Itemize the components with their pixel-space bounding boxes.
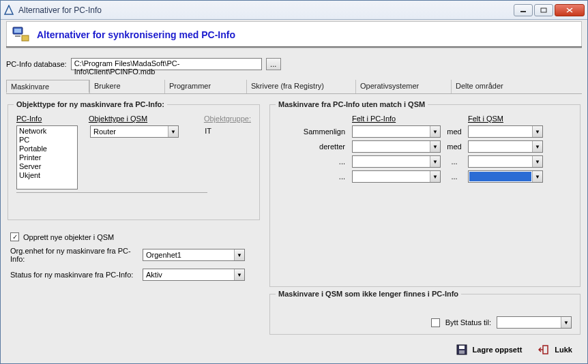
combo-value: Aktiv: [143, 271, 234, 279]
combo-value: Orgenhet1: [143, 251, 234, 259]
tab-delte[interactable]: Delte områder: [451, 80, 540, 93]
pcinfo-field-combo[interactable]: ▼: [352, 170, 441, 183]
row-label: ...: [278, 157, 352, 166]
tab-programmer[interactable]: Programmer: [164, 80, 246, 93]
col-pcinfo: PC-Info: [16, 115, 76, 123]
save-button[interactable]: Lagre oppsett: [456, 344, 523, 355]
mid-label: ...: [441, 172, 468, 181]
page-title: Alternativer for synkronisering med PC-I…: [37, 29, 235, 40]
tab-brukere[interactable]: Brukere: [89, 80, 164, 93]
row-label: Sammenlign: [278, 127, 352, 136]
chevron-down-icon: ▼: [532, 126, 542, 137]
left-options: ✓ Opprett nye objekter i QSM Org.enhet f…: [8, 227, 260, 286]
titlebar: Alternativer for PC-Info: [1, 1, 587, 20]
svg-rect-10: [459, 346, 465, 349]
list-item[interactable]: Network: [18, 127, 76, 136]
footer: Lagre oppsett Lukk: [6, 339, 582, 358]
exit-icon: [538, 344, 549, 355]
mid-label: med: [441, 127, 468, 136]
group-title: Maskinvare i QSM som ikke lenger finnes …: [276, 290, 461, 298]
group-title: Maskinvare fra PC-Info uten match i QSM: [276, 100, 428, 108]
objectgroup-value: IT: [191, 125, 211, 135]
field-qsm-header: Felt i QSM: [468, 115, 503, 123]
window-title: Alternativer for PC-Info: [18, 5, 514, 15]
pcinfo-field-combo[interactable]: ▼: [352, 140, 441, 153]
svg-rect-7: [15, 35, 20, 37]
qsm-field-combo[interactable]: ▼: [468, 140, 543, 153]
qsm-field-combo[interactable]: ▼: [468, 170, 543, 183]
list-item[interactable]: Ukjent: [18, 171, 76, 180]
app-window: Alternativer for PC-Info Alternativer fo…: [0, 0, 588, 364]
orgunit-combo[interactable]: Orgenhet1 ▼: [143, 249, 245, 261]
pcinfo-field-combo[interactable]: ▼: [352, 155, 441, 168]
row-label: ...: [278, 172, 352, 181]
col-group: Objektgruppe:: [204, 115, 251, 123]
tab-maskinvare[interactable]: Maskinvare: [6, 80, 89, 93]
svg-marker-0: [5, 5, 13, 14]
window-controls: [514, 4, 585, 16]
ellipsis-icon: ...: [270, 60, 276, 68]
change-status-checkbox[interactable]: [431, 318, 440, 327]
chevron-down-icon: ▼: [532, 156, 542, 167]
close-app-button[interactable]: Lukk: [538, 344, 572, 355]
orgunit-label: Org.enhet for ny maskinvare fra PC-Info:: [10, 247, 138, 263]
col-qsmtype: Objekttype i QSM: [89, 115, 175, 123]
pcinfo-list[interactable]: Network PC Portable Printer Server Ukjen…: [16, 125, 78, 189]
browse-button[interactable]: ...: [266, 58, 281, 70]
chevron-down-icon: ▼: [234, 249, 244, 260]
db-path-field[interactable]: C:\Program Files\MadaSoft\PC-Info\Client…: [71, 58, 262, 70]
maximize-button[interactable]: [534, 4, 553, 16]
chevron-down-icon: ▼: [234, 269, 244, 280]
header-strip: Alternativer for synkronisering med PC-I…: [6, 21, 582, 46]
qsm-field-combo[interactable]: ▼: [468, 155, 543, 168]
list-item[interactable]: Portable: [18, 145, 76, 153]
row-label: deretter: [278, 142, 352, 151]
tab-os[interactable]: Operativsystemer: [355, 80, 451, 93]
app-icon: [3, 5, 14, 16]
status-label: Status for ny maskinvare fra PC-Info:: [10, 271, 138, 279]
group-objecttype: Objekttype for ny maskinvare fra PC-Info…: [8, 104, 260, 220]
sync-icon: [11, 26, 30, 44]
close-button[interactable]: [555, 4, 585, 16]
mid-label: med: [441, 142, 468, 151]
svg-rect-6: [14, 29, 21, 33]
qsm-type-combo[interactable]: Router ▼: [90, 125, 179, 138]
svg-rect-2: [541, 8, 546, 12]
list-item[interactable]: Server: [18, 162, 76, 171]
chevron-down-icon: ▼: [430, 171, 440, 182]
minimize-button[interactable]: [514, 4, 533, 16]
group-no-longer: Maskinvare i QSM som ikke lenger finnes …: [269, 294, 580, 335]
save-label: Lagre oppsett: [473, 346, 523, 354]
create-objects-checkbox[interactable]: ✓: [10, 232, 19, 241]
group-no-match: Maskinvare fra PC-Info uten match i QSM …: [269, 104, 580, 287]
svg-rect-11: [459, 350, 465, 354]
change-status-combo[interactable]: ▼: [497, 316, 572, 329]
close-label: Lukk: [555, 346, 572, 354]
db-path-row: PC-Info database: C:\Program Files\MadaS…: [6, 58, 582, 70]
list-item[interactable]: PC: [18, 136, 76, 145]
svg-rect-8: [22, 35, 29, 41]
field-pcinfo-header: Felt i PC-Info: [352, 115, 441, 123]
svg-rect-12: [543, 346, 548, 354]
chevron-down-icon: ▼: [430, 156, 440, 167]
pcinfo-field-combo[interactable]: ▼: [352, 125, 441, 138]
content-area: Alternativer for synkronisering med PC-I…: [1, 20, 587, 363]
chevron-down-icon: ▼: [561, 317, 571, 328]
divider: [16, 192, 207, 193]
chevron-down-icon: ▼: [168, 126, 178, 137]
tab-body: Objekttype for ny maskinvare fra PC-Info…: [6, 95, 582, 339]
status-combo[interactable]: Aktiv ▼: [143, 269, 245, 281]
header-rule: [6, 46, 582, 48]
save-icon: [456, 344, 467, 355]
tab-skrivere[interactable]: Skrivere (fra Registry): [246, 80, 355, 93]
qsm-field-combo[interactable]: ▼: [468, 125, 543, 138]
tabs: Maskinvare Brukere Programmer Skrivere (…: [6, 80, 582, 94]
list-item[interactable]: Printer: [18, 153, 76, 162]
combo-value: Router: [91, 127, 168, 136]
group-title: Objekttype for ny maskinvare fra PC-Info…: [14, 100, 167, 108]
db-label: PC-Info database:: [6, 60, 67, 68]
change-status-label: Bytt Status til:: [445, 318, 491, 327]
chevron-down-icon: ▼: [532, 171, 542, 182]
chevron-down-icon: ▼: [532, 141, 542, 152]
chevron-down-icon: ▼: [430, 141, 440, 152]
